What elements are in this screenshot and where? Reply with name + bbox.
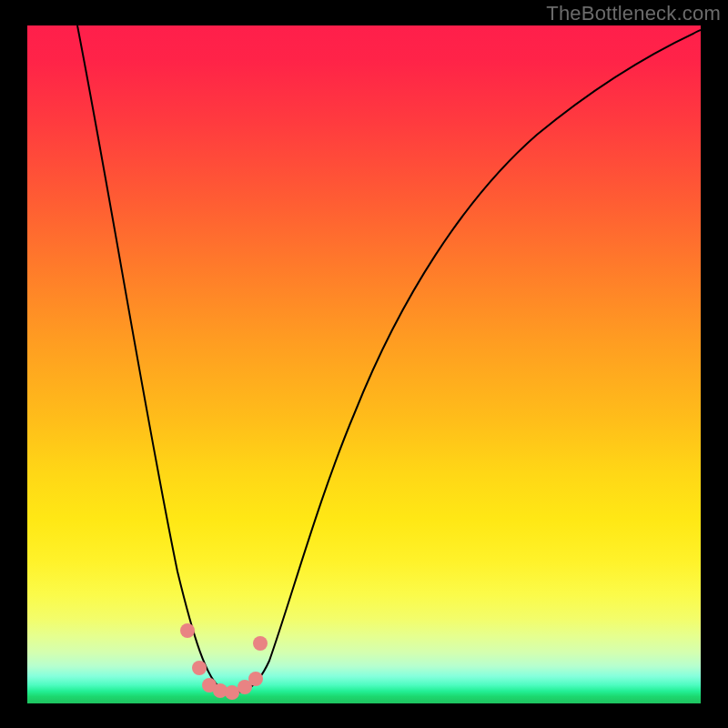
chart-svg [27, 25, 701, 703]
marker-dot [248, 672, 263, 686]
plot-area [27, 25, 701, 703]
marker-dot [253, 636, 268, 651]
bottleneck-curve [77, 25, 701, 693]
marker-dot [225, 685, 239, 700]
marker-dot [192, 661, 207, 675]
chart-container: TheBottleneck.com [0, 0, 728, 728]
marker-dot [180, 623, 195, 638]
watermark-text: TheBottleneck.com [546, 2, 721, 25]
